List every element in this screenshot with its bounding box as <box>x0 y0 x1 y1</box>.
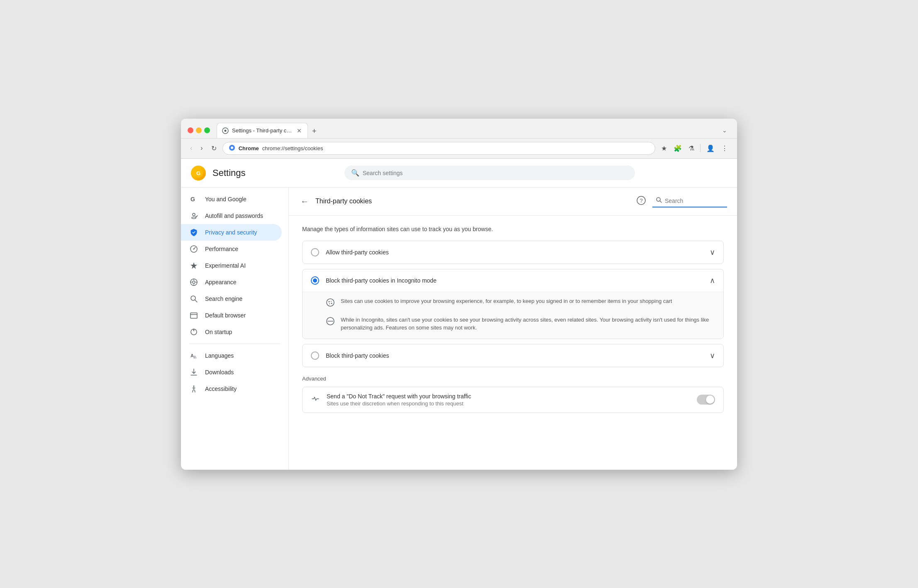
settings-search-input[interactable] <box>363 170 628 176</box>
profile-button[interactable]: 👤 <box>704 142 717 155</box>
do-not-track-icon <box>311 394 320 405</box>
sidebar-item-experimental-ai[interactable]: Experimental AI <box>181 257 282 274</box>
address-chrome-label: Chrome <box>239 145 259 151</box>
expanded-text-0: Sites can use cookies to improve your br… <box>341 297 672 305</box>
content-body: Manage the types of information sites ca… <box>289 216 737 423</box>
sidebar-label-search-engine: Search engine <box>205 295 242 302</box>
sidebar-item-search-engine[interactable]: Search engine <box>181 290 282 307</box>
svg-point-13 <box>193 281 195 283</box>
option-label-block-all: Block third-party cookies <box>326 352 703 359</box>
back-button[interactable]: ‹ <box>188 142 195 154</box>
settings-search-bar[interactable]: 🔍 <box>344 166 635 180</box>
content-header: ← Third-party cookies ? <box>289 188 737 216</box>
svg-point-31 <box>327 299 334 306</box>
option-chevron-allow[interactable]: ∨ <box>710 248 715 257</box>
content-area: ← Third-party cookies ? <box>289 188 737 470</box>
svg-point-34 <box>329 303 330 304</box>
sidebar-label-languages: Languages <box>205 352 234 359</box>
sidebar-item-you-and-google[interactable]: G You and Google <box>181 191 282 207</box>
svg-point-33 <box>331 301 332 302</box>
option-row-block-incognito[interactable]: Block third-party cookies in Incognito m… <box>303 269 723 292</box>
svg-point-3 <box>231 146 233 149</box>
svg-line-30 <box>660 201 662 203</box>
window-menu-button[interactable]: ⌄ <box>719 125 730 135</box>
title-bar: Settings - Third-party cookie ✕ + ⌄ <box>181 119 737 139</box>
main-layout: G You and Google Autofill and passw <box>181 188 737 470</box>
radio-allow[interactable] <box>311 248 319 256</box>
default-browser-icon <box>189 311 198 320</box>
forward-button[interactable]: › <box>198 142 205 154</box>
extensions-button[interactable]: 🧩 <box>671 142 684 155</box>
svg-point-8 <box>192 217 196 219</box>
option-card-block-all: Block third-party cookies ∨ <box>302 344 724 367</box>
sidebar-item-autofill[interactable]: Autofill and passwords <box>181 207 282 224</box>
option-card-block-incognito: Block third-party cookies in Incognito m… <box>302 269 724 339</box>
option-row-allow[interactable]: Allow third-party cookies ∨ <box>303 241 723 264</box>
settings-title: Settings <box>212 168 246 178</box>
toolbar: ‹ › ↻ Chrome chrome://settings/cookies ★… <box>181 139 737 159</box>
content-search-input[interactable] <box>665 198 723 204</box>
performance-icon <box>189 245 198 253</box>
svg-point-7 <box>193 213 195 216</box>
content-back-button[interactable]: ← <box>299 195 310 208</box>
do-not-track-toggle[interactable] <box>697 395 715 405</box>
content-description: Manage the types of information sites ca… <box>302 226 724 232</box>
content-search-bar[interactable] <box>652 195 727 207</box>
svg-text:G: G <box>190 196 195 203</box>
advanced-row-do-not-track: Send a "Do Not Track" request with your … <box>302 387 724 413</box>
settings-tab-icon <box>222 127 229 134</box>
autofill-icon <box>189 212 198 220</box>
sidebar-item-downloads[interactable]: Downloads <box>181 364 282 381</box>
minimize-window-button[interactable] <box>196 127 202 133</box>
sidebar-item-languages[interactable]: A あ Languages <box>181 347 282 364</box>
svg-marker-11 <box>190 262 197 269</box>
settings-logo: G <box>191 166 206 181</box>
block-icon <box>326 317 335 328</box>
sidebar-item-privacy[interactable]: Privacy and security <box>181 224 282 241</box>
expanded-item-1: While in Incognito, sites can't use your… <box>326 316 715 332</box>
sidebar-item-performance[interactable]: Performance <box>181 241 282 257</box>
radio-inner <box>313 278 317 283</box>
option-label-allow: Allow third-party cookies <box>326 249 703 256</box>
radio-block-incognito[interactable] <box>311 276 319 285</box>
sidebar-item-on-startup[interactable]: On startup <box>181 324 282 340</box>
address-bar[interactable]: Chrome chrome://settings/cookies <box>222 142 655 155</box>
svg-point-32 <box>329 301 330 302</box>
toolbar-divider <box>700 144 701 152</box>
option-card-allow: Allow third-party cookies ∨ <box>302 241 724 264</box>
maximize-window-button[interactable] <box>204 127 210 133</box>
help-button[interactable]: ? <box>635 194 647 209</box>
bookmark-button[interactable]: ★ <box>659 142 669 155</box>
radio-block-all[interactable] <box>311 351 319 360</box>
lab-button[interactable]: ⚗ <box>686 142 697 155</box>
new-tab-button[interactable]: + <box>308 124 321 138</box>
advanced-section-label: Advanced <box>302 376 724 382</box>
on-startup-icon <box>189 328 198 336</box>
address-url: chrome://settings/cookies <box>262 145 649 151</box>
sidebar-item-accessibility[interactable]: Accessibility <box>181 381 282 397</box>
expanded-content-block-incognito: Sites can use cookies to improve your br… <box>303 292 723 339</box>
reload-button[interactable]: ↻ <box>209 142 219 155</box>
advanced-text-block: Send a "Do Not Track" request with your … <box>327 393 690 407</box>
option-row-block-all[interactable]: Block third-party cookies ∨ <box>303 344 723 367</box>
downloads-icon <box>189 368 198 376</box>
sidebar-item-appearance[interactable]: Appearance <box>181 274 282 290</box>
option-label-block-incognito: Block third-party cookies in Incognito m… <box>326 277 703 284</box>
expanded-text-1: While in Incognito, sites can't use your… <box>341 316 715 332</box>
svg-rect-20 <box>190 313 197 318</box>
sidebar: G You and Google Autofill and passw <box>181 188 289 470</box>
svg-point-10 <box>193 248 195 249</box>
menu-button[interactable]: ⋮ <box>719 142 730 155</box>
svg-line-19 <box>195 300 197 302</box>
active-tab[interactable]: Settings - Third-party cookie ✕ <box>217 123 308 138</box>
option-chevron-block-incognito[interactable]: ∧ <box>710 276 715 285</box>
svg-point-1 <box>225 129 227 132</box>
close-window-button[interactable] <box>188 127 193 133</box>
sidebar-label-privacy: Privacy and security <box>205 229 257 236</box>
option-chevron-block-all[interactable]: ∨ <box>710 351 715 360</box>
sidebar-item-default-browser[interactable]: Default browser <box>181 307 282 324</box>
svg-point-26 <box>193 385 195 387</box>
window-controls-right: ⌄ <box>719 125 730 135</box>
tab-title: Settings - Third-party cookie <box>232 127 293 134</box>
tab-close-button[interactable]: ✕ <box>296 127 303 135</box>
